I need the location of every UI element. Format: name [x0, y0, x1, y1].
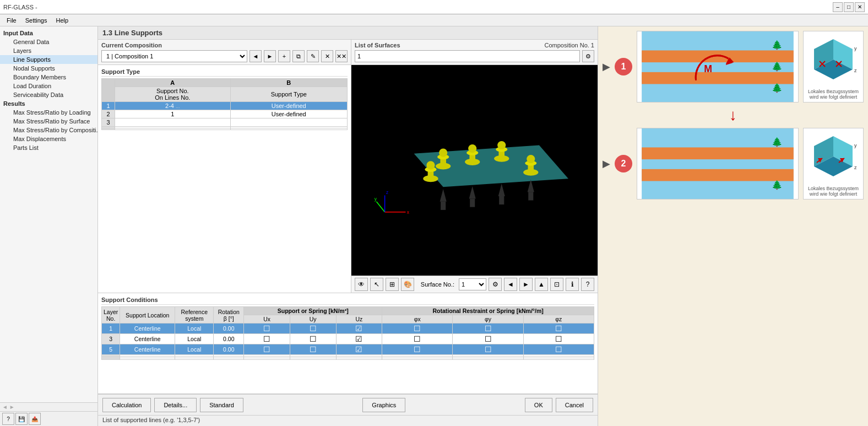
- on-lines-cell[interactable]: 2-4 ...: [115, 102, 231, 110]
- cancel-btn[interactable]: Cancel: [556, 398, 593, 412]
- svg-point-18: [497, 141, 506, 149]
- ux-cell[interactable]: ☐: [244, 323, 290, 334]
- ref-sys-cell[interactable]: Local: [175, 323, 214, 334]
- vp-zoom-btn[interactable]: ⊡: [550, 278, 563, 291]
- uy-cell[interactable]: ☐: [290, 344, 336, 355]
- sidebar-item-parts-list[interactable]: Parts List: [0, 143, 97, 152]
- oy-cell[interactable]: ☐: [453, 344, 523, 355]
- surface-no-select[interactable]: 1: [459, 278, 486, 290]
- table-row[interactable]: 3: [102, 118, 348, 127]
- comp-prev-btn[interactable]: ◄: [249, 50, 262, 62]
- on-lines-cell[interactable]: [115, 118, 231, 127]
- table-row[interactable]: [102, 358, 594, 360]
- sidebar-input-section: Input Data: [0, 29, 97, 37]
- on-lines-cell[interactable]: 1: [115, 110, 231, 118]
- sidebar-item-load-duration[interactable]: Load Duration: [0, 82, 97, 90]
- sidebar-help-btn[interactable]: ?: [2, 413, 14, 425]
- surfaces-input-row: ⚙: [355, 50, 594, 62]
- support-cond-scroll[interactable]: Layer No. Support Location Reference sys…: [101, 306, 594, 393]
- ux-cell[interactable]: ☐: [244, 344, 290, 355]
- table-row[interactable]: 3 Centerline Local 0.00 ☐ ☐ ☑ ☐ ☐ ☐: [102, 334, 594, 344]
- sidebar-export-btn[interactable]: 📤: [29, 413, 41, 425]
- sidebar-scroll[interactable]: ◄ ►: [0, 402, 97, 411]
- minimize-btn[interactable]: –: [833, 2, 843, 12]
- oz-cell[interactable]: ☐: [523, 344, 594, 355]
- oy-cell[interactable]: ☐: [453, 323, 523, 334]
- composition-select[interactable]: 1 | Composition 1: [101, 50, 247, 62]
- ux-cell[interactable]: ☐: [244, 334, 290, 344]
- sidebar-item-max-stress-composition[interactable]: Max Stress/Ratio by Compositi...: [0, 126, 97, 134]
- vp-table-btn[interactable]: ⊞: [386, 278, 399, 291]
- rotation-cell[interactable]: 0.00: [214, 334, 244, 344]
- vp-next-btn[interactable]: ►: [519, 278, 533, 291]
- table-row[interactable]: 1 2-4 ... User-defined: [102, 102, 348, 110]
- ox-cell[interactable]: ☐: [382, 323, 453, 334]
- sidebar-item-max-displacements[interactable]: Max Displacements: [0, 134, 97, 143]
- th-layer-no: Layer No.: [102, 307, 120, 323]
- surfaces-settings-btn[interactable]: ⚙: [582, 50, 594, 62]
- vp-help-btn[interactable]: ?: [581, 278, 594, 291]
- ox-cell[interactable]: ☐: [382, 334, 453, 344]
- table-row[interactable]: [102, 128, 348, 130]
- close-btn[interactable]: ✕: [855, 2, 865, 12]
- table-row[interactable]: 5 Centerline Local 0.00 ☐ ☐ ☑ ☐ ☐ ☐: [102, 344, 594, 355]
- details-btn[interactable]: Details...: [154, 398, 197, 412]
- support-location-cell[interactable]: Centerline: [120, 344, 175, 355]
- comp-rename-btn[interactable]: ✎: [307, 50, 319, 62]
- svg-text:z: z: [854, 165, 857, 170]
- comp-delete-btn[interactable]: ✕: [321, 50, 333, 62]
- table-row[interactable]: 1 Centerline Local 0.00 ☐ ☐ ☑ ☐ ☐ ☐: [102, 323, 594, 334]
- sidebar-item-line-supports[interactable]: Line Supports: [0, 55, 97, 64]
- sidebar-bottom-toolbar: ? 💾 📤: [0, 411, 97, 426]
- uz-cell[interactable]: ☑: [336, 344, 382, 355]
- vp-cursor-btn[interactable]: ↖: [370, 278, 383, 291]
- vp-prev-btn[interactable]: ◄: [504, 278, 517, 291]
- vp-settings-btn[interactable]: ⚙: [489, 278, 502, 291]
- comp-copy-btn[interactable]: ⧉: [292, 50, 305, 62]
- sidebar-item-layers[interactable]: Layers: [0, 46, 97, 55]
- vp-up-btn[interactable]: ▲: [535, 278, 548, 291]
- maximize-btn[interactable]: □: [844, 2, 854, 12]
- graphics-btn[interactable]: Graphics: [362, 398, 405, 412]
- uz-cell[interactable]: ☑: [336, 334, 382, 344]
- sidebar-item-max-stress-loading[interactable]: Max Stress/Ratio by Loading: [0, 108, 97, 117]
- support-location-cell[interactable]: Centerline: [120, 323, 175, 334]
- comp-deleteall-btn[interactable]: ✕✕: [335, 50, 348, 62]
- oy-cell[interactable]: ☐: [453, 334, 523, 344]
- ok-btn[interactable]: OK: [525, 398, 552, 412]
- sidebar-item-boundary-members[interactable]: Boundary Members: [0, 73, 97, 82]
- ref-sys-cell[interactable]: Local: [175, 344, 214, 355]
- oz-cell[interactable]: ☐: [523, 323, 594, 334]
- uz-cell[interactable]: ☑: [336, 323, 382, 334]
- sidebar-save-btn[interactable]: 💾: [15, 413, 28, 425]
- sidebar-item-serviceability-data[interactable]: Serviceability Data: [0, 90, 97, 99]
- menu-file[interactable]: File: [2, 16, 21, 25]
- support-location-cell[interactable]: Centerline: [120, 334, 175, 344]
- sidebar-item-max-stress-surface[interactable]: Max Stress/Ratio by Surface: [0, 117, 97, 126]
- uy-cell[interactable]: ☐: [290, 334, 336, 344]
- vp-eye-btn[interactable]: 👁: [355, 278, 368, 291]
- surfaces-input[interactable]: [355, 50, 580, 62]
- rotation-cell[interactable]: 0.00: [214, 344, 244, 355]
- svg-point-10: [439, 149, 447, 157]
- vp-info-btn[interactable]: ℹ: [566, 278, 579, 291]
- oz-cell[interactable]: ☐: [523, 334, 594, 344]
- uy-cell[interactable]: ☐: [290, 323, 336, 334]
- on-lines-cell[interactable]: [115, 128, 231, 130]
- menu-help[interactable]: Help: [51, 16, 73, 25]
- rotation-cell[interactable]: 0.00: [214, 323, 244, 334]
- menu-settings[interactable]: Settings: [21, 16, 52, 25]
- composition-label: Current Composition: [101, 42, 348, 48]
- arrow-right-1: ▶: [603, 61, 610, 73]
- standard-btn[interactable]: Standard: [200, 398, 243, 412]
- ref-sys-cell[interactable]: Local: [175, 334, 214, 344]
- composition-row: 1 | Composition 1 ◄ ► + ⧉ ✎ ✕ ✕✕: [101, 50, 348, 62]
- vp-render-btn[interactable]: 🎨: [401, 278, 414, 291]
- sidebar-item-general-data[interactable]: General Data: [0, 37, 97, 46]
- table-row[interactable]: 2 1 User-defined: [102, 110, 348, 118]
- calculation-btn[interactable]: Calculation: [102, 398, 151, 412]
- sidebar-item-nodal-supports[interactable]: Nodal Supports: [0, 64, 97, 73]
- ox-cell[interactable]: ☐: [382, 344, 453, 355]
- comp-add-btn[interactable]: +: [278, 50, 290, 62]
- comp-next-btn[interactable]: ►: [264, 50, 276, 62]
